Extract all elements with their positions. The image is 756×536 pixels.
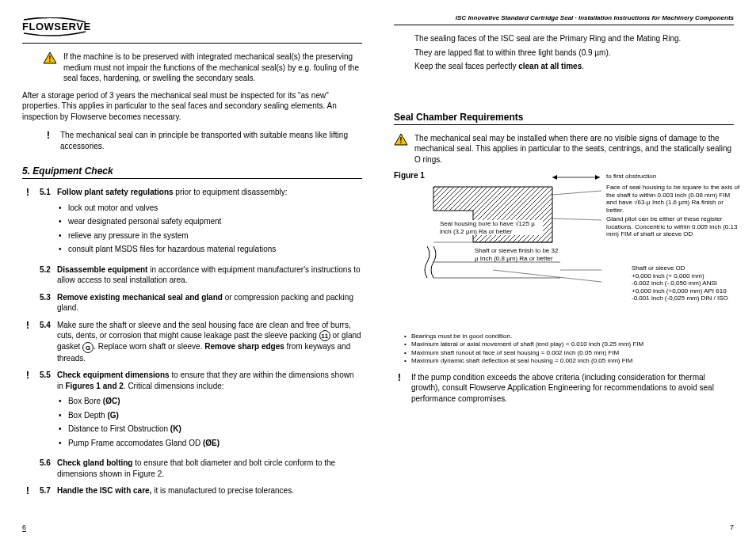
note-icon: ! <box>22 370 33 451</box>
bullet: Distance to First Obstruction (K) <box>68 424 362 435</box>
step-5-7: Handle the ISC with care, it is manufact… <box>57 485 362 496</box>
clean-para: Keep the seal faces perfectly clean at a… <box>414 61 734 72</box>
bullet: wear designated personal safety equipmen… <box>68 216 362 227</box>
svg-text:!: ! <box>48 55 51 63</box>
bullet: lock out motor and valves <box>68 203 362 214</box>
step-5-6: Check gland bolting to ensure that bolt … <box>57 458 362 479</box>
callout-shaft-od: Shaft or sleeve OD +0,000 inch (+ 0,000 … <box>632 264 743 302</box>
step-num-5-1: 5.1 <box>40 187 51 258</box>
page-num-left: 6 <box>22 523 26 532</box>
step-5-4: Make sure the shaft or sleeve and the se… <box>57 320 362 364</box>
header-rule <box>22 43 362 44</box>
warning-text: If the machine is to be preserved with i… <box>63 51 362 84</box>
step-5-1: Follow plant safety regulations prior to… <box>57 187 362 258</box>
svg-line-12 <box>493 270 601 282</box>
note-icon: ! <box>22 187 33 258</box>
svg-text:FLOWSERVE: FLOWSERVE <box>22 21 91 32</box>
tiny-bullet: Maximum dynamic shaft deflection at seal… <box>411 357 734 365</box>
doc-title: ISC Innovative Standard Cartridge Seal ·… <box>394 14 734 21</box>
step-num-5-6: 5.6 <box>40 458 51 479</box>
step-5-3: Remove existing mechanical seal and glan… <box>57 292 362 314</box>
step-num-5-4: 5.4 <box>40 320 51 364</box>
warning-icon: ! <box>43 51 57 84</box>
bullet: Pump Frame accomodates Gland OD (ØE) <box>68 438 362 449</box>
svg-text:!: ! <box>399 136 402 145</box>
section-5-heading: 5. Equipment Check <box>22 165 362 179</box>
svg-marker-8 <box>552 175 557 180</box>
step-num-5-3: 5.3 <box>40 292 51 314</box>
note-icon: ! <box>22 320 33 364</box>
figure-1: Figure 1 <box>394 171 734 329</box>
transport-note: The mechanical seal can in principle be … <box>60 130 362 151</box>
callout-shaft-finish: Shaft or sleeve finish to be 32 µ Inch (… <box>475 247 562 262</box>
svg-line-10 <box>552 191 601 195</box>
step-num-5-5: 5.5 <box>40 370 51 451</box>
tiny-bullet: Maximum lateral or axial movement of sha… <box>411 340 734 348</box>
pump-condition-note: If the pump condition exceeds the above … <box>411 372 734 405</box>
step-5-2: Disassemble equipment in accordance with… <box>57 264 362 286</box>
callout-face: Face of seal housing to be square to the… <box>606 184 741 214</box>
seal-chamber-heading: Seal Chamber Requirements <box>394 112 734 125</box>
bullet: Box Depth (G) <box>68 410 362 421</box>
note-icon: ! <box>43 130 54 151</box>
note-icon: ! <box>22 485 33 496</box>
flowserve-logo: FLOWSERVE <box>22 14 98 40</box>
callout-obstruction: to first obstruction <box>606 173 656 181</box>
svg-line-11 <box>552 219 601 220</box>
callout-gland: Gland pilot can be either of these regis… <box>606 215 741 238</box>
right-page: ISC Innovative Standard Cartridge Seal ·… <box>394 14 734 503</box>
callout-g: G <box>82 342 94 353</box>
step-num-5-7: 5.7 <box>40 485 51 496</box>
step-5-5: Check equipment dimensions to ensure tha… <box>57 370 362 451</box>
step-num-5-2: 5.2 <box>40 264 51 286</box>
bullet: consult plant MSDS files for hazardous m… <box>68 244 362 255</box>
tiny-bullet: Maximum shaft runout at face of seal hou… <box>411 349 734 357</box>
left-page: FLOWSERVE ! If the machine is to be pres… <box>22 14 362 503</box>
svg-marker-9 <box>595 175 600 180</box>
callout-bore: Seal housing bore to have √125 µ inch (3… <box>440 220 543 235</box>
warning-icon: ! <box>394 133 408 165</box>
sealing-faces-para: The sealing faces of the ISC seal are th… <box>414 33 734 44</box>
bullet: Box Bore (ØC) <box>68 396 362 407</box>
scr-warning-text: The mechanical seal may be installed whe… <box>414 133 734 165</box>
lapped-para: They are lapped flat to within three lig… <box>414 48 734 59</box>
storage-para: After a storage period of 3 years the me… <box>22 90 362 123</box>
figure-notes: Bearings must be in good condition. Maxi… <box>411 333 734 366</box>
bullet: relieve any pressure in the system <box>68 230 362 241</box>
note-icon: ! <box>394 372 405 405</box>
page-num-right: 7 <box>730 523 734 532</box>
tiny-bullet: Bearings must be in good condition. <box>411 333 734 340</box>
header-rule <box>394 25 734 25</box>
callout-11: 11 <box>319 330 330 341</box>
